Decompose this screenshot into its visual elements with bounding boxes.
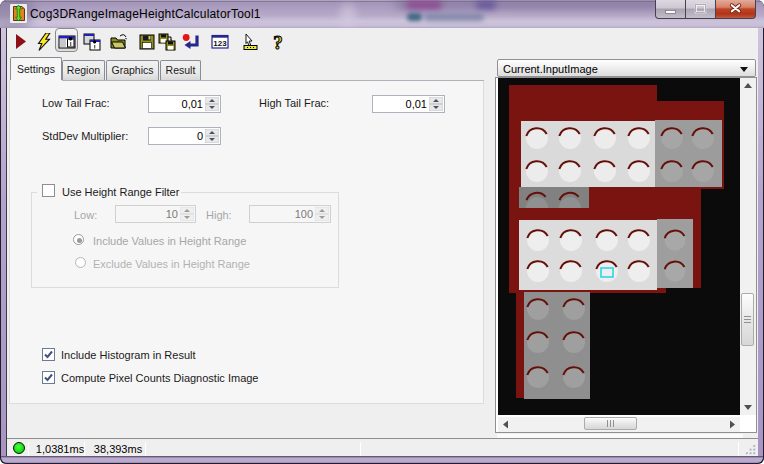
svg-text:?: ? [273, 33, 283, 51]
svg-text:123: 123 [213, 39, 227, 48]
